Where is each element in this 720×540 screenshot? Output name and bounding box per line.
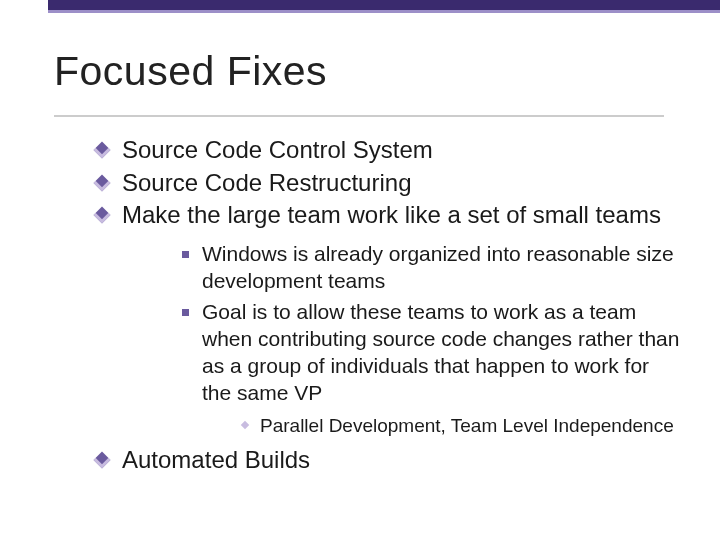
header-bar xyxy=(48,0,720,10)
title-underline xyxy=(54,115,664,117)
bullet-item: Source Code Restructuring xyxy=(100,168,680,199)
sub-item: Windows is already organized into reason… xyxy=(182,241,680,295)
bullet-item: Automated Builds xyxy=(100,445,680,476)
bullet-list: Source Code Control System Source Code R… xyxy=(100,135,680,476)
subsub-item: Parallel Development, Team Level Indepen… xyxy=(242,414,680,439)
slide: Focused Fixes Source Code Control System… xyxy=(0,0,720,540)
slide-title: Focused Fixes xyxy=(54,48,680,95)
sub-list: Windows is already organized into reason… xyxy=(182,241,680,439)
subsub-list: Parallel Development, Team Level Indepen… xyxy=(242,414,680,439)
bullet-text: Make the large team work like a set of s… xyxy=(122,201,661,228)
sub-text: Goal is to allow these teams to work as … xyxy=(202,300,679,404)
sub-item: Goal is to allow these teams to work as … xyxy=(182,299,680,439)
bullet-item: Source Code Control System xyxy=(100,135,680,166)
bullet-item: Make the large team work like a set of s… xyxy=(100,200,680,439)
